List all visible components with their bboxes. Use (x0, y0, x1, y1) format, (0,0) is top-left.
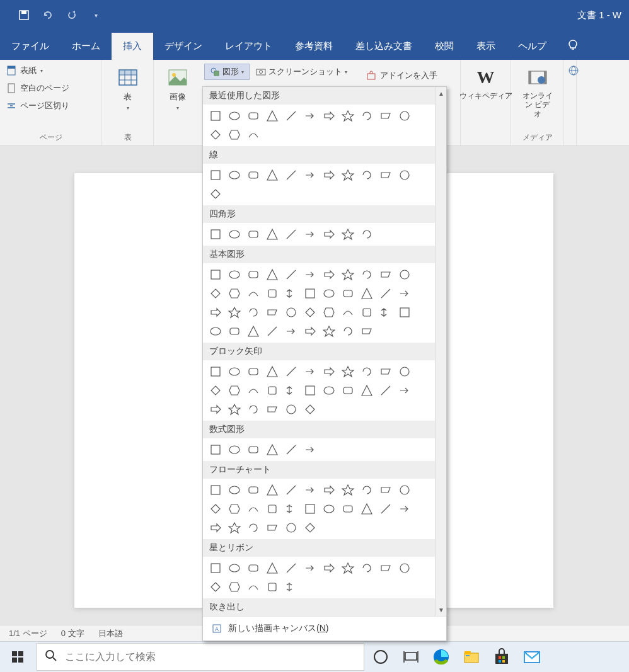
shape-rects-0[interactable] (207, 225, 224, 243)
edge-icon[interactable] (426, 642, 456, 672)
shape-stars-8[interactable] (358, 559, 376, 577)
shape-recent-2[interactable] (245, 107, 262, 125)
shape-lines-10[interactable] (396, 166, 413, 184)
shape-recent-10[interactable] (396, 107, 413, 125)
blank-page-button[interactable]: 空白のページ (4, 81, 98, 95)
shape-stars-0[interactable] (207, 559, 224, 577)
shape-lines-3[interactable] (263, 166, 281, 184)
shape-rects-7[interactable] (339, 225, 357, 243)
pictures-button[interactable]: 画像 ▾ (158, 64, 198, 113)
shape-basic-27[interactable] (301, 304, 319, 321)
tab-review[interactable]: 校閲 (424, 33, 465, 60)
shape-recent-8[interactable] (358, 107, 376, 125)
shape-equation-1[interactable] (226, 441, 243, 458)
shape-arrows-27[interactable] (301, 401, 319, 418)
status-language[interactable]: 日本語 (98, 628, 123, 639)
table-button[interactable]: 表 ▾ (106, 64, 149, 113)
shape-flowchart-0[interactable] (207, 481, 224, 499)
tab-layout[interactable]: レイアウト (214, 33, 284, 60)
shape-basic-25[interactable] (263, 304, 281, 321)
shape-basic-4[interactable] (282, 266, 300, 283)
shape-recent-0[interactable] (207, 107, 224, 125)
shape-basic-2[interactable] (245, 266, 262, 283)
shape-lines-4[interactable] (282, 166, 300, 184)
shape-recent-5[interactable] (301, 107, 319, 125)
shape-basic-14[interactable] (263, 285, 281, 302)
wikipedia-button[interactable]: W ウィキペディア (465, 64, 507, 103)
shape-flowchart-12[interactable] (226, 500, 243, 518)
shape-arrows-5[interactable] (301, 363, 319, 380)
shape-arrows-8[interactable] (358, 363, 376, 380)
shape-stars-10[interactable] (396, 559, 413, 577)
shape-flowchart-20[interactable] (377, 500, 395, 518)
shape-arrows-3[interactable] (263, 363, 281, 380)
shape-flowchart-1[interactable] (226, 481, 243, 499)
shape-flowchart-4[interactable] (282, 481, 300, 499)
shape-flowchart-17[interactable] (320, 500, 338, 518)
status-page[interactable]: 1/1 ページ (9, 628, 47, 639)
shape-arrows-4[interactable] (282, 363, 300, 380)
shape-flowchart-15[interactable] (282, 500, 300, 518)
start-button[interactable] (0, 642, 35, 672)
shape-stars-12[interactable] (226, 578, 243, 596)
shape-stars-5[interactable] (301, 559, 319, 577)
shape-stars-9[interactable] (377, 559, 395, 577)
shape-stars-15[interactable] (282, 578, 300, 596)
undo-icon[interactable] (42, 9, 54, 21)
shape-flowchart-7[interactable] (339, 481, 357, 499)
shape-arrows-21[interactable] (396, 382, 413, 399)
shape-arrows-10[interactable] (396, 363, 413, 380)
shape-arrows-18[interactable] (339, 382, 357, 399)
shape-flowchart-21[interactable] (396, 500, 413, 518)
store-icon[interactable] (487, 642, 517, 672)
shape-stars-1[interactable] (226, 559, 243, 577)
qat-customize-icon[interactable]: ▾ (89, 9, 102, 21)
save-icon[interactable] (18, 9, 30, 21)
shape-arrows-11[interactable] (207, 382, 224, 399)
shape-flowchart-22[interactable] (207, 519, 224, 537)
scroll-down-icon[interactable]: ▼ (436, 603, 446, 616)
shape-lines-5[interactable] (301, 166, 319, 184)
shape-flowchart-16[interactable] (301, 500, 319, 518)
shape-basic-7[interactable] (339, 266, 357, 283)
shape-recent-1[interactable] (226, 107, 243, 125)
shape-basic-5[interactable] (301, 266, 319, 283)
shape-flowchart-13[interactable] (245, 500, 262, 518)
shape-basic-28[interactable] (320, 304, 338, 321)
shape-equation-5[interactable] (301, 441, 319, 458)
redo-icon[interactable] (66, 9, 78, 21)
shape-basic-21[interactable] (396, 285, 413, 302)
shape-flowchart-25[interactable] (263, 519, 281, 537)
shape-arrows-15[interactable] (282, 382, 300, 399)
shape-stars-6[interactable] (320, 559, 338, 577)
shape-recent-6[interactable] (320, 107, 338, 125)
cortana-icon[interactable] (366, 642, 396, 672)
shape-rects-5[interactable] (301, 225, 319, 243)
taskbar-search-input[interactable] (65, 651, 356, 663)
shape-arrows-17[interactable] (320, 382, 338, 399)
tab-design[interactable]: デザイン (153, 33, 214, 60)
shape-flowchart-24[interactable] (245, 519, 262, 537)
shape-arrows-12[interactable] (226, 382, 243, 399)
shape-basic-12[interactable] (226, 285, 243, 302)
shape-flowchart-14[interactable] (263, 500, 281, 518)
shape-lines-11[interactable] (207, 185, 224, 203)
shape-lines-2[interactable] (245, 166, 262, 184)
get-addins-button[interactable]: アドインを入手 (364, 69, 456, 83)
shape-rects-3[interactable] (263, 225, 281, 243)
shape-basic-31[interactable] (377, 304, 395, 321)
tab-insert[interactable]: 挿入 (112, 33, 153, 60)
shape-arrows-16[interactable] (301, 382, 319, 399)
shape-basic-34[interactable] (226, 322, 243, 340)
shape-basic-35[interactable] (245, 322, 262, 340)
shape-stars-14[interactable] (263, 578, 281, 596)
cover-page-button[interactable]: 表紙 ▾ (4, 64, 98, 77)
tab-file[interactable]: ファイル (0, 33, 61, 60)
shape-arrows-25[interactable] (263, 401, 281, 418)
shape-basic-29[interactable] (339, 304, 357, 321)
shape-arrows-9[interactable] (377, 363, 395, 380)
shapes-menu-scrollbar[interactable]: ▲ ▼ (435, 87, 446, 616)
shape-recent-3[interactable] (263, 107, 281, 125)
shape-flowchart-27[interactable] (301, 519, 319, 537)
shape-basic-39[interactable] (320, 322, 338, 340)
